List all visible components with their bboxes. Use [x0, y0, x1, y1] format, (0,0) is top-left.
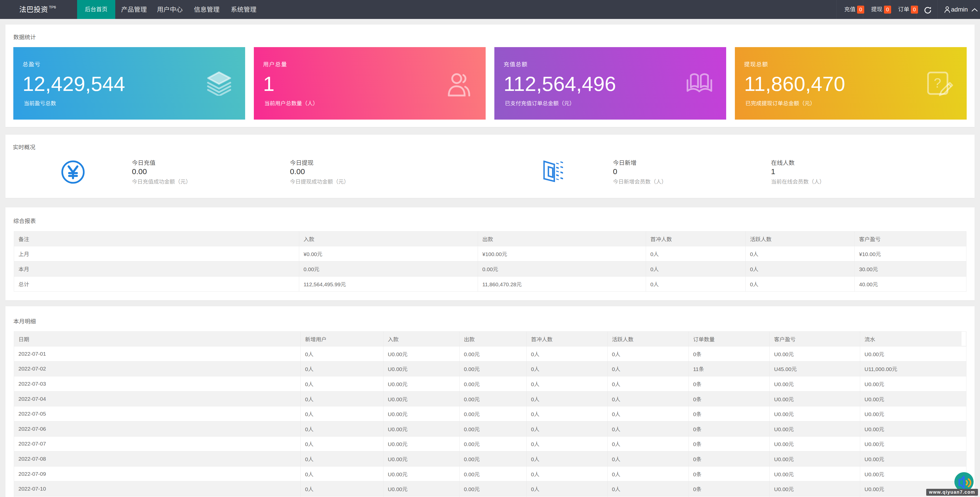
- svg-text:?: ?: [934, 76, 941, 91]
